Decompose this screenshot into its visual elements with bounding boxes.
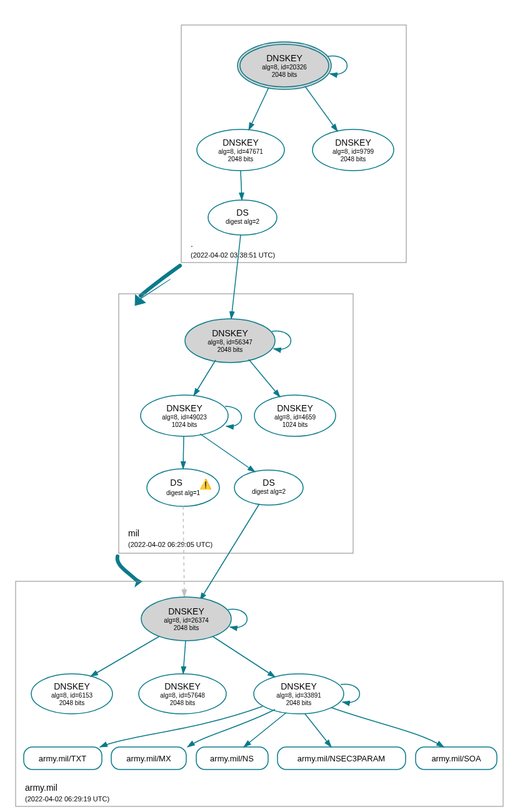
rr-nsec3param: army.mil/NSEC3PARAM: [278, 747, 406, 769]
edge-root-ds-mil-ksk: [231, 235, 241, 319]
svg-text:2048 bits: 2048 bits: [272, 71, 298, 78]
edge-mil-ksk-zsk1: [194, 360, 216, 396]
edge-army-ksk-zsk1: [91, 636, 159, 676]
svg-text:2048 bits: 2048 bits: [228, 156, 254, 163]
rr-txt: army.mil/TXT: [24, 747, 102, 769]
army-zsk1-node: DNSKEY alg=8, id=6153 2048 bits: [31, 674, 112, 714]
edge-army-zsk3-mx: [188, 709, 275, 747]
svg-text:DNSKEY: DNSKEY: [281, 681, 317, 691]
root-zsk2-node: DNSKEY alg=8, id=9799 2048 bits: [312, 129, 394, 171]
svg-text:alg=8, id=4659: alg=8, id=4659: [274, 414, 316, 421]
edge-army-zsk3-nsec3: [305, 714, 331, 747]
mil-zsk1-node: DNSKEY alg=8, id=49023 1024 bits: [141, 395, 228, 436]
big-arrow-root-to-mil: [133, 279, 172, 306]
army-ksk-node: DNSKEY alg=8, id=26374 2048 bits: [141, 597, 231, 641]
mil-ksk-node: DNSKEY alg=8, id=56347 2048 bits: [185, 319, 275, 363]
svg-text:army.mil/TXT: army.mil/TXT: [39, 754, 86, 763]
edge-army-zsk3-ns: [244, 713, 286, 747]
army-zsk3-node: DNSKEY alg=8, id=33891 2048 bits: [254, 674, 344, 714]
svg-text:army.mil/MX: army.mil/MX: [126, 754, 171, 763]
svg-text:army.mil/NS: army.mil/NS: [210, 754, 254, 763]
svg-text:alg=8, id=57648: alg=8, id=57648: [160, 692, 205, 699]
big-arrow-root-to-mil-tail: [141, 266, 180, 296]
mil-zsk2-node: DNSKEY alg=8, id=4659 1024 bits: [254, 395, 336, 436]
rr-ns: army.mil/NS: [196, 747, 268, 769]
svg-text:alg=8, id=56347: alg=8, id=56347: [208, 339, 252, 346]
svg-text:2048 bits: 2048 bits: [286, 699, 312, 706]
svg-text:DNSKEY: DNSKEY: [168, 606, 204, 616]
svg-text:alg=8, id=20326: alg=8, id=20326: [262, 64, 307, 71]
edge-army-ksk-zsk2: [183, 641, 186, 674]
svg-text:DNSKEY: DNSKEY: [222, 138, 259, 148]
svg-text:DNSKEY: DNSKEY: [266, 53, 302, 63]
edge-root-ksk-zsk1: [249, 88, 269, 130]
edge-mil-zsk1-ds1: [183, 436, 184, 469]
root-ds-node: DS digest alg=2: [208, 200, 277, 235]
svg-text:DNSKEY: DNSKEY: [166, 403, 202, 413]
edge-root-ksk-zsk2: [305, 86, 338, 131]
svg-text:DNSKEY: DNSKEY: [277, 403, 313, 413]
svg-text:DNSKEY: DNSKEY: [212, 328, 248, 338]
zone-army-timestamp: (2022-04-02 06:29:19 UTC): [25, 795, 109, 803]
svg-text:2048 bits: 2048 bits: [170, 699, 196, 706]
svg-text:alg=8, id=49023: alg=8, id=49023: [162, 414, 207, 421]
edge-mil-ds1-army-ksk: [183, 506, 184, 597]
svg-text:DS: DS: [262, 478, 274, 488]
dnssec-diagram: . (2022-04-02 03:38:51 UTC) DNSKEY alg=8…: [6, 6, 505, 812]
edge-army-zsk3-soa: [331, 708, 444, 747]
rr-mx: army.mil/MX: [111, 747, 186, 769]
army-zsk2-node: DNSKEY alg=8, id=57648 2048 bits: [139, 674, 226, 714]
svg-text:2048 bits: 2048 bits: [174, 624, 199, 631]
svg-text:alg=8, id=9799: alg=8, id=9799: [332, 148, 374, 155]
svg-text:digest alg=2: digest alg=2: [252, 488, 286, 495]
zone-mil-label: mil: [128, 528, 139, 538]
svg-text:2048 bits: 2048 bits: [59, 699, 85, 706]
svg-text:DNSKEY: DNSKEY: [335, 138, 371, 148]
svg-text:1024 bits: 1024 bits: [172, 421, 198, 428]
edge-mil-ksk-zsk2: [249, 359, 280, 397]
edge-army-ksk-zsk3: [212, 636, 275, 677]
root-ksk-node: DNSKEY alg=8, id=20326 2048 bits: [238, 42, 331, 89]
zone-root-label: .: [191, 239, 193, 249]
svg-text:DS: DS: [170, 478, 182, 488]
warning-icon: ⚠️: [199, 478, 212, 490]
zone-mil-timestamp: (2022-04-02 06:29:05 UTC): [128, 541, 212, 548]
svg-text:2048 bits: 2048 bits: [341, 156, 366, 163]
svg-text:army.mil/SOA: army.mil/SOA: [431, 754, 481, 763]
svg-text:digest alg=2: digest alg=2: [226, 218, 260, 225]
svg-point-31: [234, 470, 303, 505]
root-zsk1-node: DNSKEY alg=8, id=47671 2048 bits: [197, 129, 284, 171]
zone-army-label: army.mil: [25, 783, 58, 793]
zone-root-timestamp: (2022-04-02 03:38:51 UTC): [191, 251, 275, 259]
mil-ds1-node: DS ⚠️ digest alg=1: [147, 469, 219, 506]
svg-text:army.mil/NSEC3PARAM: army.mil/NSEC3PARAM: [298, 754, 385, 763]
edge-mil-zsk1-ds2: [200, 434, 255, 472]
mil-ds2-node: DS digest alg=2: [234, 470, 303, 505]
svg-text:DNSKEY: DNSKEY: [164, 681, 201, 691]
svg-point-13: [208, 200, 277, 235]
edge-root-zsk1-ds: [241, 171, 242, 200]
svg-text:alg=8, id=26374: alg=8, id=26374: [164, 617, 209, 624]
svg-text:DNSKEY: DNSKEY: [54, 681, 90, 691]
svg-text:2048 bits: 2048 bits: [218, 346, 243, 353]
edge-mil-ds2-army-ksk: [200, 504, 259, 600]
rr-soa: army.mil/SOA: [416, 747, 497, 769]
svg-text:digest alg=1: digest alg=1: [166, 489, 201, 496]
svg-text:1024 bits: 1024 bits: [282, 421, 308, 428]
svg-text:alg=8, id=33891: alg=8, id=33891: [276, 692, 321, 699]
svg-text:DS: DS: [236, 208, 248, 218]
svg-text:alg=8, id=6153: alg=8, id=6153: [51, 692, 93, 699]
svg-text:alg=8, id=47671: alg=8, id=47671: [218, 148, 263, 155]
